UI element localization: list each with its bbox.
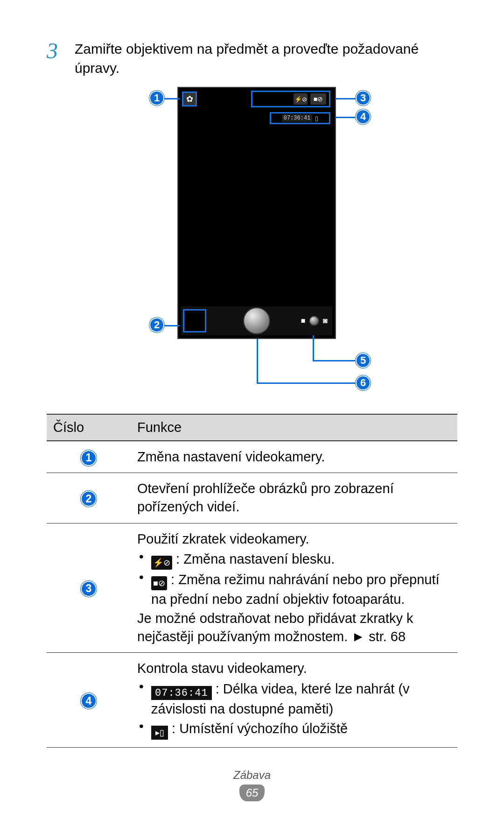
row-badge-3: 3 [81,581,97,597]
camcorder-mode-icon: ■⊘ [310,93,326,105]
step-text: Zamiřte objektivem na předmět a proveďte… [75,40,457,78]
bottom-bar: ■ ◙ [181,306,332,335]
row-badge-1: 1 [81,450,97,466]
phone-screen: ✿ ⚡⊘ ■⊘ 07:36:41 ▯ ■ ◙ [177,87,336,339]
gear-icon: ✿ [182,92,197,106]
callout-5: 5 [356,353,371,368]
row-text-1: Změna nastavení videokamery. [131,441,457,473]
shutter-button [243,307,270,334]
camcorder-mode-icon: ■⊘ [151,576,167,590]
status-indicator: 07:36:41 ▯ [270,112,330,124]
step-number: 3 [47,40,75,62]
header-number: Číslo [47,414,131,441]
shortcut-bar: ⚡⊘ ■⊘ [251,91,330,107]
callout-1: 1 [149,91,164,106]
table-row: 2 Otevření prohlížeče obrázků pro zobraz… [47,473,457,523]
phone-diagram: ✿ ⚡⊘ ■⊘ 07:36:41 ▯ ■ ◙ 1 2 [107,87,397,395]
callout-2: 2 [149,318,164,332]
page-footer: Zábava 65 [0,769,504,801]
toggle-dot [309,316,319,326]
row-badge-4: 4 [81,693,97,709]
table-row: 4 Kontrola stavu videokamery. 07:36:41 :… [47,653,457,747]
row-text-3: Použití zkratek videokamery. ⚡⊘ : Změna … [131,523,457,653]
mode-toggle: ■ ◙ [301,316,328,326]
storage-location-icon: ▸▯ [151,726,168,740]
instruction-step: 3 Zamiřte objektivem na předmět a proveď… [47,40,457,78]
function-table: Číslo Funkce 1 Změna nastavení videokame… [47,414,457,748]
header-function: Funkce [131,414,457,441]
table-row: 3 Použití zkratek videokamery. ⚡⊘ : Změn… [47,523,457,653]
callout-4: 4 [356,109,371,124]
camera-icon: ◙ [323,317,328,325]
row-text-2: Otevření prohlížeče obrázků pro zobrazen… [131,473,457,523]
section-title: Zábava [0,769,504,782]
time-remaining: 07:36:41 [282,114,313,122]
table-row: 1 Změna nastavení videokamery. [47,441,457,473]
page-number: 65 [239,785,265,801]
flash-off-icon: ⚡⊘ [151,556,172,570]
video-icon: ■ [301,317,306,325]
storage-icon: ▯ [315,115,318,122]
row-text-4: Kontrola stavu videokamery. 07:36:41 : D… [131,653,457,747]
gallery-thumbnail [183,309,206,332]
flash-off-icon: ⚡⊘ [294,93,308,105]
callout-3: 3 [356,91,371,106]
callout-6: 6 [356,375,371,390]
time-remaining-icon: 07:36:41 [151,686,212,700]
row-badge-2: 2 [81,491,97,507]
